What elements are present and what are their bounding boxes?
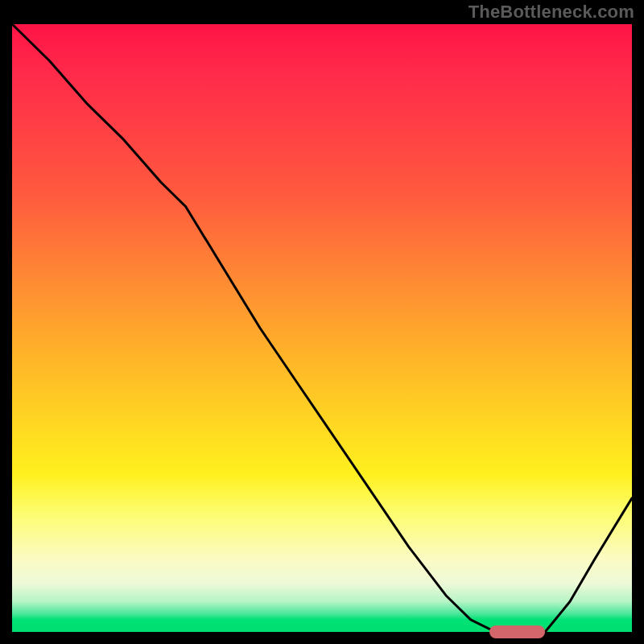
watermark-text: TheBottleneck.com	[469, 2, 634, 23]
bottleneck-curve	[12, 24, 632, 632]
optimal-range-marker	[489, 625, 545, 638]
bottleneck-gradient-plot	[12, 24, 632, 632]
